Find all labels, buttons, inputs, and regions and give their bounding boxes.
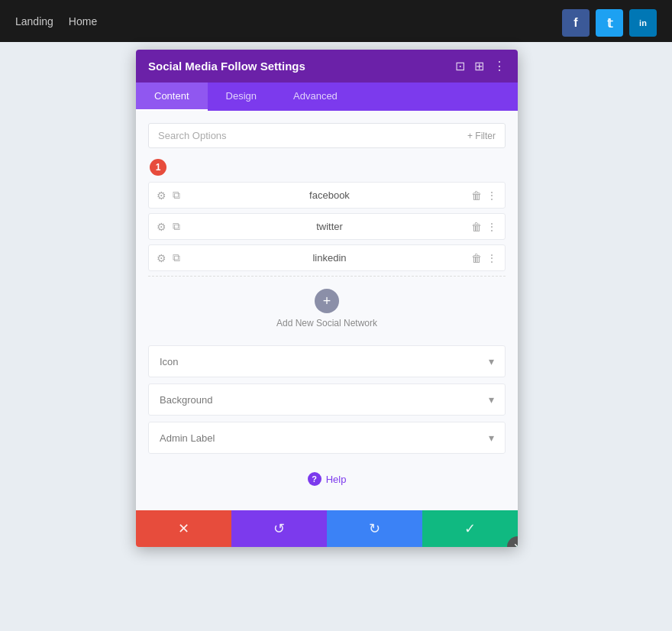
- modal-header-icons: ⊡ ⊞ ⋮: [455, 59, 506, 73]
- background-accordion-label: Background: [160, 394, 212, 406]
- facebook-top-icon[interactable]: f: [562, 9, 590, 37]
- nav-home[interactable]: Home: [69, 15, 97, 28]
- twitter-row-left-icons: ⚙ ⧉: [157, 220, 180, 233]
- tab-advanced[interactable]: Advanced: [275, 83, 356, 111]
- copy-icon-facebook[interactable]: ⧉: [173, 189, 180, 202]
- add-social-label: Add New Social Network: [148, 318, 506, 328]
- icon-accordion-header[interactable]: Icon ▾: [149, 346, 505, 377]
- save-icon: ✓: [464, 520, 476, 537]
- icon-accordion-label: Icon: [160, 356, 179, 367]
- settings-icon-twitter[interactable]: ⚙: [157, 221, 166, 233]
- columns-icon[interactable]: ⊞: [474, 59, 484, 73]
- linkedin-row-right-icons: 🗑 ⋮: [471, 252, 497, 264]
- facebook-row-left-icons: ⚙ ⧉: [157, 189, 180, 202]
- more-icon-twitter[interactable]: ⋮: [486, 221, 497, 233]
- cancel-button[interactable]: ✕: [136, 510, 231, 547]
- social-icons-top: f 𝕥 in: [562, 9, 657, 37]
- facebook-label: facebook: [188, 189, 471, 201]
- redo-icon: ↻: [369, 520, 380, 537]
- twitter-label: twitter: [188, 221, 471, 232]
- item-count-badge: 1: [150, 159, 166, 176]
- more-options-icon[interactable]: ⋮: [493, 59, 506, 73]
- background-accordion: Background ▾: [148, 383, 506, 416]
- icon-accordion: Icon ▾: [148, 345, 506, 377]
- linkedin-top-icon[interactable]: in: [629, 9, 657, 37]
- save-button[interactable]: ✓: [422, 510, 518, 547]
- twitter-top-icon[interactable]: 𝕥: [596, 9, 623, 37]
- facebook-row-right-icons: 🗑 ⋮: [471, 189, 497, 202]
- settings-icon-facebook[interactable]: ⚙: [157, 189, 166, 202]
- copy-icon-linkedin[interactable]: ⧉: [173, 251, 180, 264]
- admin-label-accordion-header[interactable]: Admin Label ▾: [149, 422, 505, 453]
- more-icon-linkedin[interactable]: ⋮: [486, 252, 497, 264]
- linkedin-row-left-icons: ⚙ ⧉: [157, 251, 180, 264]
- more-icon-facebook[interactable]: ⋮: [486, 189, 497, 202]
- redo-button[interactable]: ↻: [327, 510, 422, 547]
- delete-icon-facebook[interactable]: 🗑: [471, 189, 482, 202]
- filter-button[interactable]: + Filter: [467, 131, 496, 141]
- background-accordion-chevron: ▾: [489, 393, 494, 406]
- fullscreen-icon[interactable]: ⊡: [455, 59, 465, 73]
- settings-modal: Social Media Follow Settings ⊡ ⊞ ⋮ Conte…: [136, 50, 518, 547]
- delete-icon-twitter[interactable]: 🗑: [471, 221, 482, 233]
- cancel-icon: ✕: [178, 520, 189, 537]
- copy-icon-twitter[interactable]: ⧉: [173, 220, 180, 233]
- modal-footer: ✕ ↺ ↻ ✓: [136, 510, 518, 547]
- twitter-row-right-icons: 🗑 ⋮: [471, 221, 497, 233]
- linkedin-row: ⚙ ⧉ linkedin 🗑 ⋮: [148, 244, 506, 271]
- add-social-section: + Add New Social Network: [148, 276, 506, 341]
- admin-label-accordion-chevron: ▾: [489, 432, 494, 444]
- icon-accordion-chevron: ▾: [489, 355, 494, 367]
- facebook-row: ⚙ ⧉ facebook 🗑 ⋮: [148, 182, 506, 209]
- linkedin-label: linkedin: [188, 252, 471, 264]
- admin-label-accordion: Admin Label ▾: [148, 422, 506, 454]
- help-icon: ?: [308, 472, 321, 486]
- undo-icon: ↺: [273, 520, 285, 537]
- add-social-button[interactable]: +: [315, 289, 339, 313]
- admin-label-accordion-label: Admin Label: [160, 432, 215, 444]
- search-options-label: Search Options: [158, 130, 227, 141]
- delete-icon-linkedin[interactable]: 🗑: [471, 252, 482, 264]
- modal-tabs: Content Design Advanced: [136, 83, 518, 111]
- help-section[interactable]: ? Help: [148, 460, 506, 498]
- modal-title: Social Media Follow Settings: [148, 60, 305, 73]
- settings-icon-linkedin[interactable]: ⚙: [157, 252, 166, 264]
- modal-header: Social Media Follow Settings ⊡ ⊞ ⋮: [136, 50, 518, 83]
- undo-button[interactable]: ↺: [231, 510, 327, 547]
- modal-body: Search Options + Filter 1 ⚙ ⧉ facebook 🗑…: [136, 111, 518, 510]
- tab-content[interactable]: Content: [136, 83, 208, 111]
- background-accordion-header[interactable]: Background ▾: [149, 384, 505, 415]
- nav-landing[interactable]: Landing: [15, 15, 53, 28]
- tab-design[interactable]: Design: [208, 83, 275, 111]
- twitter-row: ⚙ ⧉ twitter 🗑 ⋮: [148, 213, 506, 240]
- help-label: Help: [326, 474, 347, 485]
- search-bar: Search Options + Filter: [148, 123, 506, 148]
